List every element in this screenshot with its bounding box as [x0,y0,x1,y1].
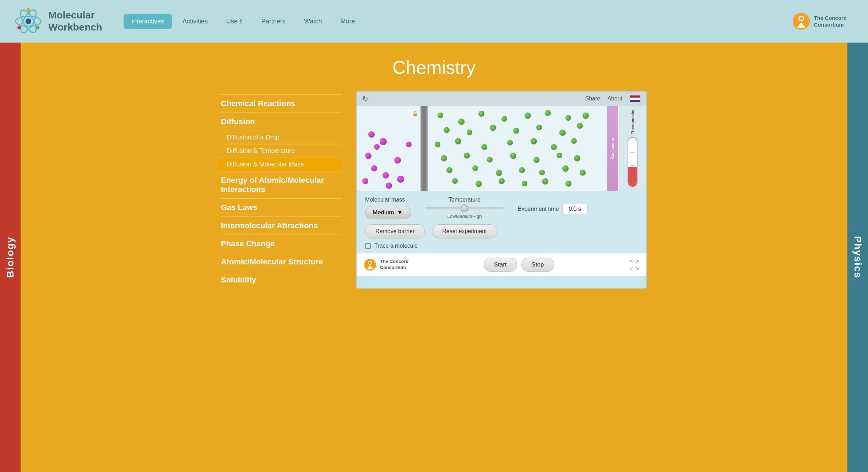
expand-arrow-br: ↘ [635,265,639,270]
molecule-green [582,112,589,119]
nav-diffusion-temperature[interactable]: Diffusion & Temperature [221,144,342,158]
molecule-green [446,167,452,173]
content-area: Chemistry Chemical Reactions Diffusion D… [21,43,847,472]
dropdown-arrow: ▼ [397,209,403,216]
temperature-group: Temperature Low Medium High [425,197,504,219]
expand-button[interactable]: ↖ ↗ ↙ ↘ [629,259,639,270]
molecule-green [539,170,545,175]
svg-point-0 [26,18,31,24]
molecule-purple [362,178,368,184]
molecule-purple [383,172,389,179]
nav-more[interactable]: More [332,14,363,29]
nav-partners[interactable]: Partners [254,14,293,29]
footer-logo: The Concord Consortium [364,258,408,271]
temperature-slider[interactable] [425,207,504,209]
main-layout: Biology Chemistry Chemical Reactions Dif… [0,43,868,472]
nav-diffusion-molecular-mass[interactable]: Diffusion & Molecular Mass [217,158,342,171]
molecule-green [501,116,507,122]
sidebar-physics[interactable]: Physics [847,43,868,472]
controls-row1: Molecular mass Medium ▼ Temperature [365,197,638,219]
nav-interactives[interactable]: Interactives [124,14,172,29]
molecule-purple [365,153,371,159]
molecule-green [452,178,458,184]
reset-experiment-button[interactable]: Reset experiment [432,224,497,238]
thermometer-body [628,137,638,187]
mass-dropdown[interactable]: Medium ▼ [365,206,411,219]
temp-high-label: High [472,214,482,219]
molecule-green [519,167,525,173]
molecule-purple [371,165,377,171]
expand-arrow-tr: ↗ [635,259,639,264]
molecule-green [565,115,571,121]
molecule-purple [406,142,412,147]
nav-diffusion-drop[interactable]: Diffusion of a Drop [221,131,342,144]
molecule-green [478,111,484,117]
experiment-time-label: Experiment time [518,206,559,212]
molecule-green [487,157,493,163]
language-flag[interactable] [629,95,641,102]
start-button[interactable]: Start [484,258,517,272]
header: Molecular Workbench Interactives Activit… [0,0,868,43]
molecule-green [490,125,496,131]
trace-molecule-label: Trace a molecule [374,243,418,249]
gas-sensor-label: Gas sensor [611,138,615,159]
molecule-green [507,140,513,146]
molecule-purple [380,138,387,145]
trace-molecule-checkbox[interactable] [365,243,371,249]
nav-intermolecular[interactable]: Intermolecular Attractions [221,216,342,235]
molecule-green [499,178,505,184]
svg-point-4 [27,8,30,12]
molecule-green [545,110,551,116]
nav-solubility[interactable]: Solubility [221,271,342,289]
svg-point-6 [36,26,39,29]
stop-button[interactable]: Stop [521,258,554,272]
panel-toolbar: ↻ Share About [357,92,646,106]
nav-energy[interactable]: Energy of Atomic/Molecular Interactions [221,171,342,198]
molecule-green [467,130,472,135]
molecule-purple [394,157,401,164]
share-button[interactable]: Share [585,95,600,102]
nav-watch[interactable]: Watch [296,14,330,29]
nav-activities[interactable]: Activities [175,14,216,29]
about-button[interactable]: About [607,95,622,102]
molecular-mass-label: Molecular mass [365,197,405,203]
nav-atomic-structure[interactable]: Atomic/Molecular Structure [221,253,342,271]
nav-diffusion[interactable]: Diffusion [221,112,342,131]
molecule-green [562,165,569,172]
concord-icon [792,12,810,31]
nav-chemical-reactions[interactable]: Chemical Reactions [221,94,342,112]
molecule-green [481,144,487,150]
concord-logo: The Concord Consortium [792,12,847,31]
experiment-time-value: 0.0 s [563,204,587,214]
expand-arrow-tl: ↖ [629,259,634,264]
sidebar-biology[interactable]: Biology [0,43,21,472]
molecule-green [496,170,502,176]
toolbar-right: Share About [585,95,641,102]
panel-footer: The Concord Consortium Start Stop ↖ ↗ [357,253,646,276]
nav-gas-laws[interactable]: Gas Laws [221,198,342,216]
left-nav: Chemical Reactions Diffusion Diffusion o… [221,91,342,289]
molecule-green [565,181,571,187]
svg-point-14 [369,262,371,264]
molecule-green [510,153,516,159]
sim-canvas: 🔓 🔒 Gas sensor Thermometer [357,106,646,191]
nav-phase-change[interactable]: Phase Change [221,235,342,253]
temperature-labels: Low Medium High [447,214,482,219]
controls-row3: Trace a molecule [365,243,638,249]
molecule-green [441,155,447,161]
molecule-purple [368,131,375,138]
molecule-green [435,142,440,147]
molecule-green [580,170,586,176]
molecule-green [464,153,470,159]
lock-icon-1: 🔓 [412,111,418,116]
molecule-green [559,130,566,136]
molecule-green [577,123,583,129]
temp-low-label: Low [447,214,456,219]
remove-barrier-button[interactable]: Remove barrier [365,224,425,238]
molecule-green [557,153,562,158]
molecule-green [522,181,527,186]
two-col-layout: Chemical Reactions Diffusion Diffusion o… [221,91,647,289]
molecule-green [513,128,519,134]
nav-use-it[interactable]: Use It [218,14,251,29]
refresh-button[interactable]: ↻ [362,94,368,103]
